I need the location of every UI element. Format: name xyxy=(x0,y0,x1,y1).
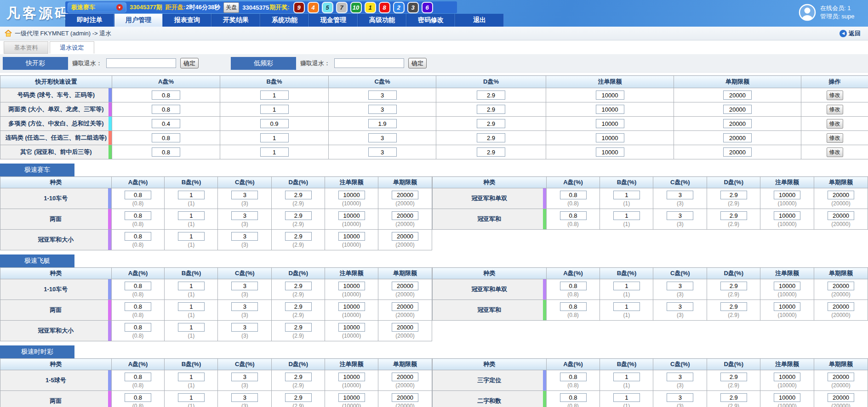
b-plate-input[interactable] xyxy=(260,105,289,114)
a-plate-input[interactable] xyxy=(560,393,587,402)
issue-limit-input[interactable] xyxy=(723,147,752,157)
b-plate-input[interactable] xyxy=(178,191,205,199)
d-plate-input[interactable] xyxy=(285,282,312,290)
b-plate-input[interactable] xyxy=(178,282,205,290)
bet-limit-input[interactable] xyxy=(596,105,624,114)
section-title-button[interactable]: 极速赛车 xyxy=(0,164,74,176)
issue-limit-input[interactable] xyxy=(392,191,418,199)
quick-rebate-input[interactable] xyxy=(106,58,176,68)
nav-item-现金管理[interactable]: 现金管理 xyxy=(309,14,358,27)
issue-limit-input[interactable] xyxy=(723,105,752,114)
d-plate-input[interactable] xyxy=(720,302,747,311)
c-plate-input[interactable] xyxy=(667,191,693,199)
quick-confirm-button[interactable]: 确定 xyxy=(180,58,199,68)
issue-limit-input[interactable] xyxy=(723,90,752,100)
bet-limit-input[interactable] xyxy=(338,282,365,290)
b-plate-input[interactable] xyxy=(260,119,289,128)
issue-limit-input[interactable] xyxy=(723,133,752,142)
b-plate-input[interactable] xyxy=(613,393,640,402)
a-plate-input[interactable] xyxy=(152,90,180,100)
d-plate-input[interactable] xyxy=(285,393,312,402)
low-freq-lottery-button[interactable]: 低频彩 xyxy=(231,57,296,70)
bet-limit-input[interactable] xyxy=(596,119,624,128)
c-plate-input[interactable] xyxy=(368,119,397,128)
d-plate-input[interactable] xyxy=(477,90,505,100)
issue-limit-input[interactable] xyxy=(392,282,418,290)
modify-button[interactable]: 修改 xyxy=(827,133,843,143)
nav-item-开奖结果[interactable]: 开奖结果 xyxy=(211,14,260,27)
a-plate-input[interactable] xyxy=(125,323,151,332)
b-plate-input[interactable] xyxy=(613,191,640,199)
nav-item-用户管理[interactable]: 用户管理 xyxy=(114,14,163,27)
d-plate-input[interactable] xyxy=(285,211,312,220)
modify-button[interactable]: 修改 xyxy=(827,147,843,157)
c-plate-input[interactable] xyxy=(667,211,693,220)
c-plate-input[interactable] xyxy=(667,282,693,290)
c-plate-input[interactable] xyxy=(368,147,397,157)
c-plate-input[interactable] xyxy=(667,373,693,381)
d-plate-input[interactable] xyxy=(720,373,747,381)
bet-limit-input[interactable] xyxy=(596,90,624,100)
low-freq-rebate-input[interactable] xyxy=(334,58,404,68)
c-plate-input[interactable] xyxy=(231,323,258,332)
c-plate-input[interactable] xyxy=(231,211,258,220)
bet-limit-input[interactable] xyxy=(338,373,365,381)
d-plate-input[interactable] xyxy=(720,191,747,199)
a-plate-input[interactable] xyxy=(125,393,151,402)
d-plate-input[interactable] xyxy=(285,191,312,199)
c-plate-input[interactable] xyxy=(231,373,258,381)
quick-lottery-button[interactable]: 快开彩 xyxy=(3,57,68,70)
bet-limit-input[interactable] xyxy=(338,211,365,220)
nav-item-退出[interactable]: 退出 xyxy=(455,14,504,27)
modify-button[interactable]: 修改 xyxy=(827,119,843,129)
issue-limit-input[interactable] xyxy=(828,302,854,311)
a-plate-input[interactable] xyxy=(560,302,587,311)
b-plate-input[interactable] xyxy=(260,133,289,142)
c-plate-input[interactable] xyxy=(667,302,693,311)
d-plate-input[interactable] xyxy=(285,302,312,311)
issue-limit-input[interactable] xyxy=(392,323,418,332)
a-plate-input[interactable] xyxy=(152,133,180,142)
issue-limit-input[interactable] xyxy=(828,282,854,290)
issue-limit-input[interactable] xyxy=(828,191,854,199)
issue-limit-input[interactable] xyxy=(392,302,418,311)
b-plate-input[interactable] xyxy=(178,211,205,220)
issue-limit-input[interactable] xyxy=(392,211,418,220)
a-plate-input[interactable] xyxy=(125,211,151,220)
c-plate-input[interactable] xyxy=(368,105,397,114)
a-plate-input[interactable] xyxy=(560,211,587,220)
issue-limit-input[interactable] xyxy=(828,211,854,220)
close-market-button[interactable]: 关盘 xyxy=(223,2,239,13)
back-button[interactable]: ◀ 返回 xyxy=(839,29,861,38)
issue-limit-input[interactable] xyxy=(392,232,418,241)
tab-rebate-settings[interactable]: 退水设定 xyxy=(50,41,94,54)
d-plate-input[interactable] xyxy=(285,373,312,381)
d-plate-input[interactable] xyxy=(477,147,505,157)
bet-limit-input[interactable] xyxy=(596,147,624,157)
issue-limit-input[interactable] xyxy=(828,393,854,402)
c-plate-input[interactable] xyxy=(368,90,397,100)
issue-limit-input[interactable] xyxy=(828,373,854,381)
d-plate-input[interactable] xyxy=(477,105,505,114)
b-plate-input[interactable] xyxy=(613,373,640,381)
game-select-dropdown[interactable]: 极速赛车 ▼ xyxy=(68,2,126,12)
a-plate-input[interactable] xyxy=(125,191,151,199)
a-plate-input[interactable] xyxy=(560,191,587,199)
low-freq-confirm-button[interactable]: 确定 xyxy=(408,58,427,68)
modify-button[interactable]: 修改 xyxy=(827,90,843,100)
b-plate-input[interactable] xyxy=(178,393,205,402)
bet-limit-input[interactable] xyxy=(774,282,800,290)
b-plate-input[interactable] xyxy=(613,282,640,290)
d-plate-input[interactable] xyxy=(477,133,505,142)
issue-limit-input[interactable] xyxy=(392,373,418,381)
issue-limit-input[interactable] xyxy=(723,119,752,128)
issue-limit-input[interactable] xyxy=(392,393,418,402)
b-plate-input[interactable] xyxy=(178,373,205,381)
tab-basic-info[interactable]: 基本资料 xyxy=(4,41,48,54)
bet-limit-input[interactable] xyxy=(774,302,800,311)
d-plate-input[interactable] xyxy=(720,393,747,402)
a-plate-input[interactable] xyxy=(125,373,151,381)
b-plate-input[interactable] xyxy=(260,90,289,100)
bet-limit-input[interactable] xyxy=(774,191,800,199)
a-plate-input[interactable] xyxy=(125,232,151,241)
